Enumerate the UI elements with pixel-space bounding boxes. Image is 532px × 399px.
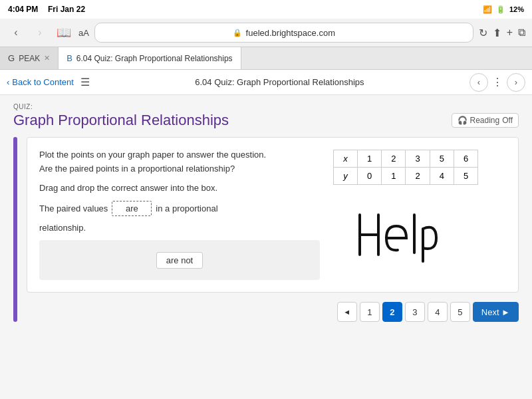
back-to-content-button[interactable]: ‹ Back to Content <box>7 77 74 87</box>
back-chevron-icon: ‹ <box>7 77 9 87</box>
date: Fri Jan 22 <box>48 5 85 14</box>
sentence-box: The paired values are in a proportional <box>39 201 320 216</box>
quiz-card: Plot the points on your graph paper to a… <box>27 137 519 293</box>
more-options-button[interactable]: ⋮ <box>492 76 503 88</box>
drag-instruction: Drag and drop the correct answer into th… <box>39 183 320 193</box>
reload-button[interactable]: ↻ <box>479 27 487 39</box>
tab-peak[interactable]: G PEAK ✕ <box>0 47 59 69</box>
next-page-button[interactable]: › <box>507 73 525 92</box>
headphone-icon: 🎧 <box>458 116 467 125</box>
x-label: x <box>334 150 358 168</box>
tab-peak-close[interactable]: ✕ <box>44 54 50 63</box>
content-wrapper: Plot the points on your graph paper to a… <box>13 137 519 322</box>
x-val-3: 3 <box>406 150 430 168</box>
battery-level: 12% <box>509 5 524 13</box>
browser-chrome: ‹ › 📖 aA 🔒 fueled.brightspace.com ↻ ⬆ + … <box>0 19 532 47</box>
address-bar[interactable]: 🔒 fueled.brightspace.com <box>94 23 473 43</box>
sentence-end: in a proportional <box>156 203 217 213</box>
tabs-bar: G PEAK ✕ B 6.04 Quiz: Graph Proportional… <box>0 47 532 70</box>
tab-quiz-label: 6.04 Quiz: Graph Proportional Relationsh… <box>76 54 233 63</box>
add-tab-button[interactable]: + <box>507 27 513 39</box>
pagination: ◄ 1 2 3 4 5 Next ► <box>27 302 519 322</box>
main-content: QUIZ: Graph Proportional Relationships 🎧… <box>0 95 532 399</box>
action-buttons: ↻ ⬆ + ⧉ <box>479 27 525 39</box>
back-to-content-label: Back to Content <box>12 77 74 87</box>
url-text: fueled.brightspace.com <box>246 28 335 38</box>
time: 4:04 PM <box>8 5 38 14</box>
reading-label: Reading <box>470 116 500 125</box>
question-line1: Plot the points on your graph paper to a… <box>39 150 320 160</box>
y-val-2: 2 <box>406 168 430 185</box>
reader-view-button[interactable]: 📖 <box>55 23 73 42</box>
y-val-5: 5 <box>454 168 477 185</box>
next-button[interactable]: Next ► <box>473 302 519 322</box>
page-4-button[interactable]: 4 <box>428 302 448 322</box>
quiz-right: x 1 2 3 5 6 y 0 1 2 <box>333 150 506 280</box>
share-button[interactable]: ⬆ <box>493 27 501 39</box>
font-button[interactable]: aA <box>78 28 89 38</box>
are-not-chip[interactable]: are not <box>156 252 203 269</box>
tab-quiz[interactable]: B 6.04 Quiz: Graph Proportional Relation… <box>59 47 241 69</box>
x-val-6: 6 <box>454 150 477 168</box>
dropped-answer: are <box>126 203 138 213</box>
battery-icon: 🔋 <box>496 5 505 14</box>
drop-area[interactable]: are not <box>39 240 320 280</box>
quiz-card-wrapper: Plot the points on your graph paper to a… <box>27 137 519 322</box>
status-bar: 4:04 PM Fri Jan 22 📶 🔋 12% <box>0 0 532 19</box>
sentence-start: The paired values <box>39 203 108 213</box>
page-2-button[interactable]: 2 <box>382 302 402 322</box>
question-line2: Are the paired points in a proportional … <box>39 164 320 174</box>
page-3-button[interactable]: 3 <box>405 302 425 322</box>
help-svg <box>353 205 486 265</box>
reading-state: Off <box>502 116 513 125</box>
drop-target[interactable]: are <box>112 201 152 216</box>
x-val-1: 1 <box>358 150 382 168</box>
x-val-2: 2 <box>382 150 406 168</box>
page-title: 6.04 Quiz: Graph Proportional Relationsh… <box>96 77 463 87</box>
back-button[interactable]: ‹ <box>7 23 25 42</box>
page-nav: ‹ Back to Content ☰ 6.04 Quiz: Graph Pro… <box>0 70 532 95</box>
reading-button[interactable]: 🎧 Reading Off <box>452 113 519 128</box>
y-val-1: 1 <box>382 168 406 185</box>
tab-peak-label: PEAK <box>19 54 40 63</box>
data-table: x 1 2 3 5 6 y 0 1 2 <box>333 150 478 185</box>
table-row-y: y 0 1 2 4 5 <box>334 168 478 185</box>
quiz-title: Graph Proportional Relationships <box>13 112 229 129</box>
quiz-heading-row: Graph Proportional Relationships 🎧 Readi… <box>13 112 519 129</box>
purple-bar <box>13 137 17 322</box>
wifi-icon: 📶 <box>483 5 492 14</box>
page-5-button[interactable]: 5 <box>450 302 470 322</box>
quiz-favicon: B <box>66 53 72 63</box>
table-row-x: x 1 2 3 5 6 <box>334 150 478 168</box>
menu-button[interactable]: ☰ <box>80 76 90 88</box>
help-drawing <box>333 205 506 273</box>
lock-icon: 🔒 <box>233 29 242 37</box>
y-val-0: 0 <box>358 168 382 185</box>
pagination-prev[interactable]: ◄ <box>337 302 357 322</box>
quiz-label: QUIZ: <box>13 103 519 110</box>
y-label: y <box>334 168 358 185</box>
y-val-4: 4 <box>430 168 454 185</box>
peak-favicon: G <box>8 53 15 63</box>
page-1-button[interactable]: 1 <box>360 302 380 322</box>
x-val-5: 5 <box>430 150 454 168</box>
sentence-end2: relationship. <box>39 223 86 233</box>
page-nav-arrows: ‹ ⋮ › <box>469 73 525 92</box>
prev-page-button[interactable]: ‹ <box>469 73 488 92</box>
tabs-button[interactable]: ⧉ <box>518 27 525 39</box>
quiz-left: Plot the points on your graph paper to a… <box>39 150 320 280</box>
forward-button[interactable]: › <box>31 23 49 42</box>
